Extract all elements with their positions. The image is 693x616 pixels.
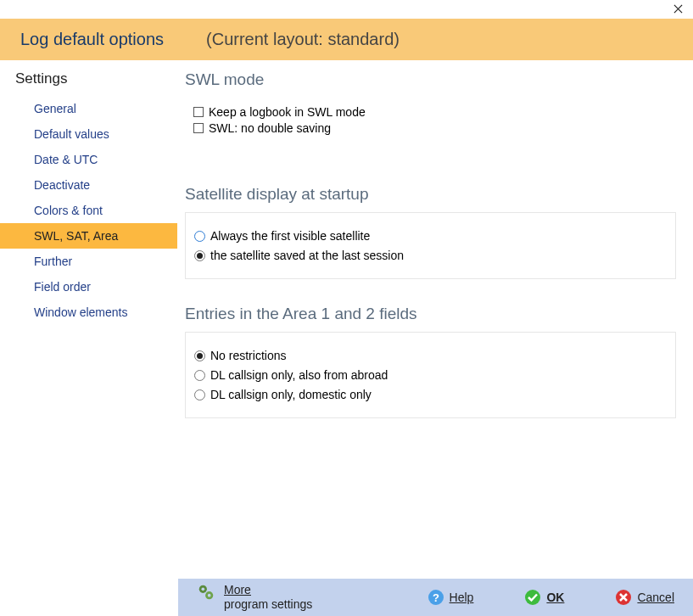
ok-label: OK <box>546 591 564 604</box>
svg-text:?: ? <box>433 591 439 604</box>
body: Settings General Default values Date & U… <box>0 60 693 573</box>
help-button[interactable]: ? Help <box>428 589 474 606</box>
swl-section-title: SWL mode <box>185 70 676 89</box>
sidebar-item-window-elements[interactable]: Window elements <box>0 300 177 325</box>
sidebar-item-label: Further <box>34 255 72 268</box>
more-settings-button[interactable]: More program settings <box>197 583 312 613</box>
radio-icon <box>194 370 205 381</box>
sidebar-item-colors-font[interactable]: Colors & font <box>0 198 177 223</box>
swl-no-double-saving-checkbox[interactable]: SWL: no double saving <box>193 121 668 135</box>
main: SWL mode Keep a logbook in SWL mode SWL:… <box>178 60 693 573</box>
checkbox-icon <box>193 123 204 133</box>
area-no-restrictions-radio[interactable]: No restrictions <box>194 349 667 362</box>
more-line1: More <box>224 583 251 596</box>
sidebar-item-deactivate[interactable]: Deactivate <box>0 172 177 198</box>
radio-icon <box>194 389 205 400</box>
svg-point-1 <box>202 587 205 591</box>
help-label: Help <box>450 591 474 604</box>
area-dl-domestic-radio[interactable]: DL callsign only, domestic only <box>194 388 667 401</box>
radio-icon <box>194 350 205 361</box>
radio-icon <box>194 250 205 261</box>
sat-group: Always the first visible satellite the s… <box>185 212 676 279</box>
banner: Log default options (Current layout: sta… <box>0 19 693 60</box>
cancel-label: Cancel <box>637 591 674 604</box>
ok-icon <box>524 589 541 606</box>
sidebar-item-general[interactable]: General <box>0 96 177 121</box>
gears-icon <box>197 583 215 602</box>
radio-label: DL callsign only, domestic only <box>210 388 372 401</box>
radio-label: DL callsign only, also from abroad <box>210 368 388 382</box>
radio-label: No restrictions <box>210 349 286 362</box>
more-line2: program settings <box>224 597 312 613</box>
banner-title: Log default options <box>20 30 164 49</box>
swl-keep-logbook-checkbox[interactable]: Keep a logbook in SWL mode <box>193 105 668 119</box>
radio-label: Always the first visible satellite <box>210 229 370 243</box>
ok-button[interactable]: OK <box>524 589 564 606</box>
sidebar-item-label: Default values <box>34 127 109 141</box>
svg-point-3 <box>208 593 211 596</box>
checkbox-label: Keep a logbook in SWL mode <box>209 105 366 119</box>
area-section-title: Entries in the Area 1 and 2 fields <box>185 305 676 323</box>
sat-first-visible-radio[interactable]: Always the first visible satellite <box>194 229 667 243</box>
sidebar-item-label: Colors & font <box>34 204 103 217</box>
sidebar-item-default-values[interactable]: Default values <box>0 121 177 147</box>
sidebar-item-label: General <box>34 102 76 115</box>
cancel-icon <box>615 589 632 606</box>
swl-group: Keep a logbook in SWL mode SWL: no doubl… <box>185 98 676 143</box>
checkbox-icon <box>193 107 204 117</box>
footer: More program settings ? Help OK <box>178 579 693 616</box>
help-icon: ? <box>428 589 444 606</box>
sidebar-item-label: Field order <box>34 280 91 294</box>
sidebar-item-date-utc[interactable]: Date & UTC <box>0 147 177 172</box>
radio-icon <box>194 231 205 242</box>
banner-subtitle: (Current layout: standard) <box>206 30 400 49</box>
sidebar-title: Settings <box>0 70 177 87</box>
cancel-button[interactable]: Cancel <box>615 589 674 606</box>
more-settings-label: More program settings <box>224 583 312 613</box>
sidebar-item-label: Window elements <box>34 305 128 319</box>
titlebar <box>0 0 693 19</box>
sidebar-item-swl-sat-area[interactable]: SWL, SAT, Area <box>0 223 177 249</box>
svg-point-6 <box>525 590 540 605</box>
area-dl-abroad-radio[interactable]: DL callsign only, also from abroad <box>194 368 667 382</box>
sidebar-item-further[interactable]: Further <box>0 249 177 274</box>
checkbox-label: SWL: no double saving <box>209 121 331 135</box>
sidebar-item-label: Date & UTC <box>34 153 98 166</box>
area-group: No restrictions DL callsign only, also f… <box>185 332 676 418</box>
sidebar: Settings General Default values Date & U… <box>0 60 178 573</box>
close-icon[interactable] <box>671 2 685 15</box>
sidebar-item-label: SWL, SAT, Area <box>34 229 118 243</box>
sat-saved-last-session-radio[interactable]: the satellite saved at the last session <box>194 249 667 262</box>
radio-label: the satellite saved at the last session <box>210 249 404 262</box>
sidebar-item-label: Deactivate <box>34 178 90 192</box>
sat-section-title: Satellite display at startup <box>185 185 676 204</box>
sidebar-item-field-order[interactable]: Field order <box>0 274 177 300</box>
